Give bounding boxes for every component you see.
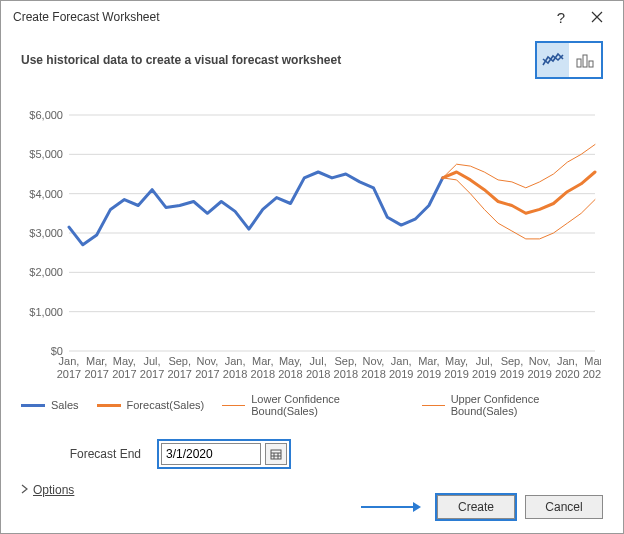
svg-text:2018: 2018 — [361, 368, 385, 380]
svg-text:Nov,: Nov, — [529, 355, 551, 367]
svg-text:Jan,: Jan, — [225, 355, 246, 367]
create-forecast-dialog: Create Forecast Worksheet ? Use historic… — [0, 0, 624, 534]
svg-text:May,: May, — [279, 355, 302, 367]
svg-rect-57 — [271, 450, 281, 459]
date-picker-button[interactable] — [265, 443, 287, 465]
dialog-footer: Create Cancel — [361, 495, 603, 519]
svg-text:2019: 2019 — [472, 368, 496, 380]
svg-rect-0 — [577, 59, 581, 67]
svg-text:Mar,: Mar, — [252, 355, 273, 367]
svg-text:2019: 2019 — [444, 368, 468, 380]
forecast-chart: $0$1,000$2,000$3,000$4,000$5,000$6,000Ja… — [21, 109, 603, 389]
svg-text:$4,000: $4,000 — [29, 188, 63, 200]
svg-text:2017: 2017 — [167, 368, 191, 380]
column-chart-icon — [575, 51, 595, 69]
chart-legend: Sales Forecast(Sales) Lower Confidence B… — [21, 393, 603, 417]
svg-text:$3,000: $3,000 — [29, 227, 63, 239]
svg-text:2018: 2018 — [306, 368, 330, 380]
svg-text:Jul,: Jul, — [310, 355, 327, 367]
svg-text:Nov,: Nov, — [197, 355, 219, 367]
svg-text:2018: 2018 — [334, 368, 358, 380]
svg-text:Mar,: Mar, — [418, 355, 439, 367]
svg-rect-1 — [583, 55, 587, 67]
svg-text:$5,000: $5,000 — [29, 148, 63, 160]
svg-text:Mar,: Mar, — [86, 355, 107, 367]
instruction-text: Use historical data to create a visual f… — [21, 53, 535, 67]
svg-text:2017: 2017 — [195, 368, 219, 380]
svg-text:2017: 2017 — [140, 368, 164, 380]
svg-text:2019: 2019 — [527, 368, 551, 380]
legend-item: Forecast(Sales) — [97, 393, 205, 417]
svg-text:2019: 2019 — [500, 368, 524, 380]
line-chart-icon — [542, 51, 564, 69]
svg-text:2019: 2019 — [389, 368, 413, 380]
line-chart-button[interactable] — [537, 43, 569, 77]
svg-text:2018: 2018 — [278, 368, 302, 380]
svg-text:Jan,: Jan, — [557, 355, 578, 367]
svg-text:Sep,: Sep, — [168, 355, 191, 367]
arrow-annotation — [361, 496, 421, 519]
svg-text:$1,000: $1,000 — [29, 306, 63, 318]
svg-text:Jan,: Jan, — [391, 355, 412, 367]
svg-text:2020: 2020 — [583, 368, 601, 380]
legend-item: Lower Confidence Bound(Sales) — [222, 393, 403, 417]
forecast-end-label: Forecast End — [21, 447, 141, 461]
legend-item: Sales — [21, 393, 79, 417]
titlebar: Create Forecast Worksheet ? — [1, 1, 623, 33]
svg-text:$2,000: $2,000 — [29, 266, 63, 278]
help-button[interactable]: ? — [543, 3, 579, 31]
calendar-icon — [270, 448, 282, 460]
svg-text:Nov,: Nov, — [363, 355, 385, 367]
svg-text:2017: 2017 — [57, 368, 81, 380]
close-button[interactable] — [579, 3, 615, 31]
legend-item: Upper Confidence Bound(Sales) — [422, 393, 603, 417]
create-button[interactable]: Create — [437, 495, 515, 519]
svg-text:Jan,: Jan, — [59, 355, 80, 367]
svg-text:2018: 2018 — [251, 368, 275, 380]
svg-text:2017: 2017 — [112, 368, 136, 380]
svg-rect-2 — [589, 61, 593, 67]
svg-text:2020: 2020 — [555, 368, 579, 380]
svg-text:2019: 2019 — [417, 368, 441, 380]
svg-text:$6,000: $6,000 — [29, 109, 63, 121]
column-chart-button[interactable] — [569, 43, 601, 77]
svg-text:2017: 2017 — [84, 368, 108, 380]
svg-text:Mar,: Mar, — [584, 355, 601, 367]
svg-text:Sep,: Sep, — [501, 355, 524, 367]
chevron-right-icon — [21, 483, 29, 497]
forecast-end-input-group — [157, 439, 291, 469]
svg-text:May,: May, — [445, 355, 468, 367]
svg-text:May,: May, — [113, 355, 136, 367]
svg-text:2018: 2018 — [223, 368, 247, 380]
window-title: Create Forecast Worksheet — [13, 10, 543, 24]
chart-type-toggle — [535, 41, 603, 79]
cancel-button[interactable]: Cancel — [525, 495, 603, 519]
svg-text:Sep,: Sep, — [335, 355, 358, 367]
forecast-end-input[interactable] — [161, 443, 261, 465]
svg-text:Jul,: Jul, — [143, 355, 160, 367]
svg-text:Jul,: Jul, — [476, 355, 493, 367]
